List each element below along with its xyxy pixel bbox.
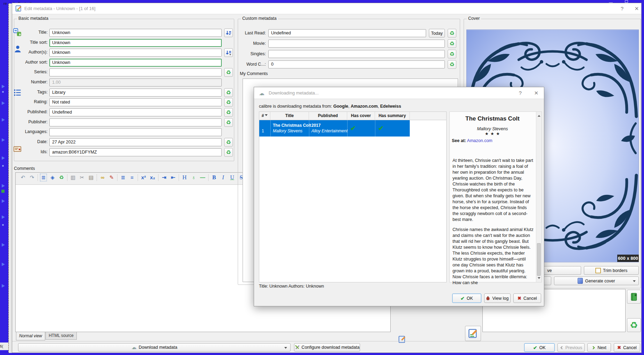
- recycle-icon: ♻: [226, 90, 231, 96]
- publisher-clear-button[interactable]: ♻: [224, 118, 233, 127]
- chevron-right-icon: [592, 346, 595, 349]
- last-read-clear-button[interactable]: ♻: [448, 29, 456, 38]
- indent-icon[interactable]: ⇥: [160, 173, 169, 182]
- rating-field[interactable]: Not rated: [49, 98, 222, 106]
- remove-format-button[interactable]: ♻: [627, 318, 641, 332]
- bold-icon[interactable]: B: [210, 173, 219, 182]
- smarten-punctuation-icon[interactable]: ♁: [189, 173, 198, 182]
- col-header-index[interactable]: #: [259, 112, 270, 120]
- ids-field[interactable]: amazon:B06Y1DFYMZ: [49, 148, 222, 156]
- generate-cover-button[interactable]: Generate cover: [554, 276, 639, 285]
- today-button[interactable]: Today: [429, 29, 445, 38]
- auto-title-sort-button[interactable]: [224, 28, 233, 37]
- scroll-up-icon[interactable]: [538, 114, 540, 117]
- editor-icon-button[interactable]: [398, 336, 407, 345]
- col-header-published[interactable]: Published: [309, 112, 347, 120]
- paste-icon[interactable]: ▤: [87, 173, 96, 182]
- view-log-button[interactable]: View log: [484, 294, 511, 303]
- cut-icon[interactable]: ✂: [78, 173, 87, 182]
- title-field[interactable]: Unknown: [49, 29, 222, 37]
- superscript-icon[interactable]: x²: [139, 173, 148, 182]
- col-header-has-summary[interactable]: Has summary: [375, 112, 410, 120]
- publisher-field[interactable]: [49, 118, 222, 126]
- amazon-link[interactable]: Amazon.com: [467, 138, 492, 143]
- configure-download-metadata-button[interactable]: Configure download metadata: [294, 343, 360, 352]
- ordered-list-icon[interactable]: ≣: [119, 173, 128, 182]
- chevron-down-icon[interactable]: [633, 280, 636, 283]
- edit-cover-metadata-button[interactable]: [465, 326, 481, 341]
- window-help-button[interactable]: ?: [617, 5, 627, 13]
- languages-field[interactable]: [49, 128, 222, 136]
- source-google: Google: [333, 104, 348, 109]
- rating-clear-button[interactable]: ♻: [224, 98, 233, 107]
- series-field[interactable]: [49, 68, 222, 76]
- recycle-icon: ♻: [226, 70, 231, 75]
- date-clear-button[interactable]: ♻: [224, 138, 233, 147]
- author-sort-field[interactable]: Unknown: [49, 59, 222, 67]
- published-clear-button[interactable]: ♻: [224, 108, 233, 117]
- title-sort-field[interactable]: Unknown: [49, 39, 222, 47]
- redo-icon[interactable]: ↷: [27, 173, 36, 182]
- insert-link-icon[interactable]: ∞: [98, 173, 107, 182]
- scrollbar-thumb[interactable]: [537, 243, 541, 276]
- view-log-label: View log: [492, 296, 508, 301]
- horizontal-rule-icon[interactable]: —: [198, 173, 207, 182]
- last-read-field[interactable]: Undefined: [268, 29, 426, 37]
- window-close-button[interactable]: ✕: [632, 5, 642, 13]
- published-field[interactable]: Undefined: [49, 108, 222, 116]
- italic-icon[interactable]: I: [219, 173, 228, 182]
- paste-isbn-card-icon[interactable]: [13, 145, 22, 154]
- singles-clear-button[interactable]: ♻: [448, 50, 456, 58]
- movie-field[interactable]: [268, 40, 445, 48]
- authors-field[interactable]: Unknown: [49, 49, 222, 57]
- outdent-icon[interactable]: ⇤: [169, 173, 178, 182]
- unordered-list-icon[interactable]: ≡: [128, 173, 137, 182]
- word-count-field[interactable]: 0: [268, 60, 445, 68]
- auto-author-sort-button[interactable]: [224, 48, 233, 57]
- undo-icon[interactable]: ↶: [18, 173, 27, 182]
- tags-clear-button[interactable]: ♻: [224, 88, 233, 97]
- col-header-has-cover[interactable]: Has cover: [347, 112, 375, 120]
- underline-icon[interactable]: U: [228, 173, 237, 182]
- table-row[interactable]: 1 The Christmas Colt Mallory Stevens 201…: [259, 120, 410, 137]
- trim-borders-button[interactable]: Trim borders: [584, 266, 639, 275]
- tab-html-source[interactable]: HTML source: [46, 332, 77, 340]
- movie-clear-button[interactable]: ♻: [448, 39, 456, 48]
- remove-formatting-icon[interactable]: ♻: [57, 173, 66, 182]
- ok-button[interactable]: ✔ OK: [524, 343, 555, 352]
- col-header-title[interactable]: Title: [270, 112, 309, 120]
- add-format-button[interactable]: [627, 290, 641, 304]
- subscript-icon[interactable]: x₂: [148, 173, 157, 182]
- heading-icon[interactable]: H: [180, 173, 189, 182]
- date-field[interactable]: 27 Apr 2022: [49, 138, 222, 146]
- copy-icon[interactable]: ▥: [68, 173, 78, 182]
- tags-icon[interactable]: [13, 88, 22, 97]
- download-metadata-button[interactable]: ☁↓ Download metadata: [18, 343, 291, 352]
- last-read-label: Last Read:: [239, 31, 266, 35]
- dialog-ok-button[interactable]: ✔ OK: [452, 294, 481, 303]
- previous-button[interactable]: Previous: [557, 343, 585, 352]
- window-titlebar[interactable]: [12, 3, 641, 14]
- next-button[interactable]: Next: [587, 343, 611, 352]
- tab-normal-view[interactable]: Normal view: [16, 332, 45, 340]
- scroll-down-icon[interactable]: [538, 277, 540, 280]
- singles-field[interactable]: [268, 50, 445, 58]
- ids-clear-button[interactable]: ♻: [224, 148, 233, 157]
- results-table[interactable]: # Title Published Has cover Has summary …: [259, 112, 447, 282]
- background-green-icon: [1, 190, 5, 193]
- tags-field[interactable]: Library: [49, 89, 222, 97]
- panel-scrollbar[interactable]: [536, 112, 541, 282]
- author-icon[interactable]: [14, 44, 22, 53]
- dialog-help-button[interactable]: ?: [515, 89, 525, 97]
- series-clear-button[interactable]: ♻: [224, 68, 233, 77]
- clear-formatting-icon[interactable]: ◈: [48, 173, 57, 182]
- swap-title-author-icon[interactable]: [13, 28, 22, 37]
- dialog-close-button[interactable]: ✕: [531, 89, 541, 97]
- series-number-field: 1.00: [49, 79, 222, 86]
- word-count-clear-button[interactable]: ♻: [448, 60, 456, 69]
- cancel-button[interactable]: ✖ Cancel: [614, 343, 640, 352]
- chevron-down-icon[interactable]: [284, 347, 287, 350]
- dialog-cancel-button[interactable]: ✖ Cancel: [513, 294, 541, 303]
- format-color-icon[interactable]: ✎: [107, 173, 116, 182]
- select-all-icon[interactable]: ≣: [39, 173, 48, 182]
